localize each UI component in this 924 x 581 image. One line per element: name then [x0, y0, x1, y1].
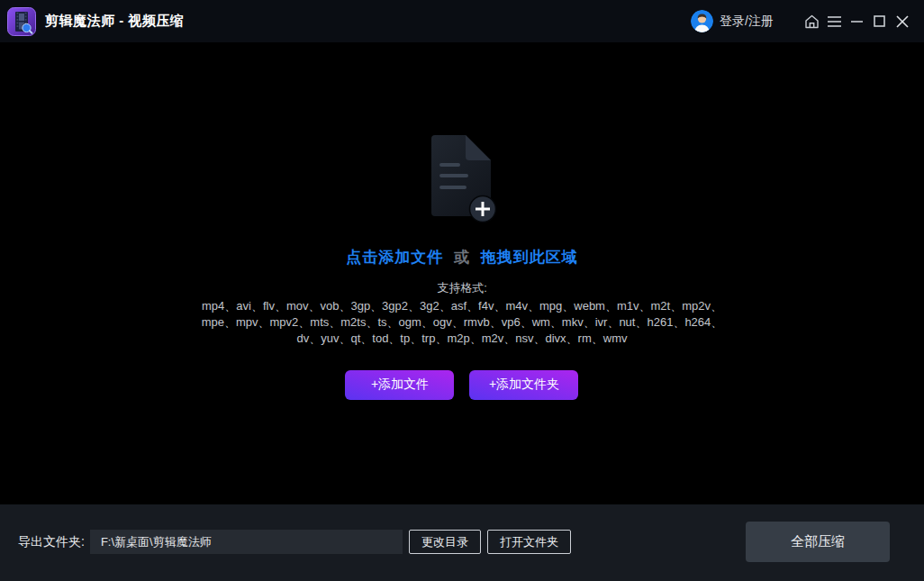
compress-all-button[interactable]: 全部压缩 — [746, 522, 890, 562]
file-drop-zone[interactable]: 点击添加文件 或 拖拽到此区域 支持格式: mp4、avi、flv、mov、vo… — [0, 42, 924, 504]
formats-line: mpe、mpv、mpv2、mts、m2ts、ts、ogm、ogv、rmvb、vp… — [202, 314, 723, 331]
add-file-document-icon — [426, 133, 498, 223]
user-avatar — [691, 10, 713, 32]
login-register-label: 登录/注册 — [720, 14, 774, 30]
minimize-icon — [851, 15, 863, 27]
supported-formats: 支持格式: mp4、avi、flv、mov、vob、3gp、3gp2、3g2、a… — [202, 280, 723, 347]
app-title: 剪辑魔法师 - 视频压缩 — [45, 13, 184, 30]
maximize-icon — [874, 15, 885, 27]
change-directory-button[interactable]: 更改目录 — [409, 530, 481, 554]
drop-zone-title: 点击添加文件 或 拖拽到此区域 — [346, 247, 577, 268]
titlebar: 剪辑魔法师 - 视频压缩 登录/注册 — [0, 0, 924, 42]
open-folder-button[interactable]: 打开文件夹 — [487, 530, 571, 554]
app-logo-icon — [7, 7, 36, 36]
click-to-add-link[interactable]: 点击添加文件 — [346, 249, 443, 266]
close-button[interactable] — [891, 8, 913, 35]
add-buttons-row: +添加文件 +添加文件夹 — [345, 370, 578, 400]
close-icon — [896, 15, 909, 28]
formats-line: mp4、avi、flv、mov、vob、3gp、3gp2、3g2、asf、f4v… — [202, 298, 723, 314]
maximize-button[interactable] — [868, 8, 891, 35]
hamburger-menu-icon — [828, 16, 841, 27]
home-icon — [804, 14, 820, 29]
drag-here-text: 拖拽到此区域 — [481, 249, 578, 266]
formats-label: 支持格式: — [202, 280, 723, 296]
home-button[interactable] — [801, 8, 823, 35]
menu-button[interactable] — [823, 8, 846, 35]
formats-line: dv、yuv、qt、tod、tp、trp、m2p、m2v、nsv、divx、rm… — [202, 331, 723, 347]
footer-bar: 导出文件夹: 更改目录 打开文件夹 全部压缩 — [0, 504, 924, 581]
add-file-button[interactable]: +添加文件 — [345, 370, 454, 400]
or-text: 或 — [454, 249, 470, 266]
add-folder-button[interactable]: +添加文件夹 — [469, 370, 578, 400]
export-folder-label: 导出文件夹: — [18, 534, 85, 550]
minimize-button[interactable] — [846, 8, 868, 35]
login-register-button[interactable]: 登录/注册 — [691, 10, 774, 32]
export-path-input[interactable] — [90, 530, 403, 554]
